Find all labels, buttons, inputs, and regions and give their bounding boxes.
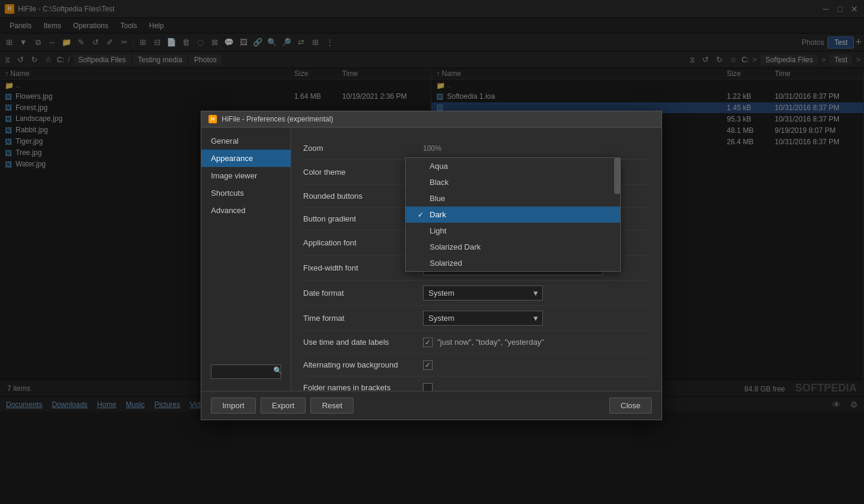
search-icon: 🔍 bbox=[273, 366, 282, 375]
dark-check: ✓ bbox=[418, 211, 430, 219]
nav-appearance[interactable]: Appearance bbox=[201, 150, 291, 167]
theme-option-black[interactable]: Black bbox=[406, 174, 620, 190]
alternating-row-checkbox[interactable]: ✓ bbox=[423, 360, 433, 370]
nav-general[interactable]: General bbox=[201, 132, 291, 150]
color-theme-popup: Aqua Black Blue ✓ Dark bbox=[405, 157, 621, 272]
dialog-footer: Import Export Reset Close bbox=[201, 391, 661, 420]
folder-names-row: Folder names in brackets bbox=[303, 377, 649, 391]
reset-button[interactable]: Reset bbox=[310, 397, 354, 414]
time-format-control: System ▼ bbox=[423, 311, 649, 326]
use-time-date-label: Use time and date labels bbox=[303, 338, 423, 347]
alternating-row-row: Alternating row background ✓ bbox=[303, 354, 649, 377]
time-format-row: Time format System ▼ bbox=[303, 306, 649, 331]
zoom-row: Zoom 100% bbox=[303, 137, 649, 160]
alternating-row-control: ✓ bbox=[423, 360, 649, 370]
search-wrap: 🔍 bbox=[206, 360, 286, 381]
export-button[interactable]: Export bbox=[261, 397, 306, 414]
dialog-overlay: H HiFile - Preferences (experimental) Ge… bbox=[0, 0, 864, 504]
dialog-app-icon: H bbox=[209, 115, 217, 123]
scrollbar-thumb[interactable] bbox=[614, 158, 620, 194]
theme-option-solarized-dark[interactable]: Solarized Dark bbox=[406, 239, 620, 255]
import-button[interactable]: Import bbox=[211, 397, 256, 414]
dialog-body: General Appearance Image viewer Shortcut… bbox=[201, 127, 661, 391]
nav-shortcuts[interactable]: Shortcuts bbox=[201, 184, 291, 202]
dialog-content: Zoom 100% Color theme Dark ▼ bbox=[291, 127, 661, 391]
nav-advanced[interactable]: Advanced bbox=[201, 202, 291, 219]
zoom-control: 100% bbox=[423, 144, 649, 153]
dialog-title: HiFile - Preferences (experimental) bbox=[222, 115, 654, 123]
dialog-titlebar: H HiFile - Preferences (experimental) bbox=[201, 111, 661, 127]
use-time-date-checkbox[interactable]: ✓ bbox=[423, 338, 433, 347]
use-time-date-row: Use time and date labels ✓ "just now", "… bbox=[303, 331, 649, 354]
zoom-label: Zoom bbox=[303, 144, 423, 153]
theme-option-solarized[interactable]: Solarized bbox=[406, 255, 620, 271]
close-button[interactable]: Close bbox=[609, 397, 652, 414]
search-input[interactable] bbox=[211, 365, 281, 379]
theme-option-dark[interactable]: ✓ Dark bbox=[406, 207, 620, 223]
date-format-row: Date format System ▼ bbox=[303, 281, 649, 306]
date-format-label: Date format bbox=[303, 289, 423, 297]
date-format-select[interactable]: System bbox=[423, 286, 543, 300]
nav-image-viewer[interactable]: Image viewer bbox=[201, 167, 291, 184]
folder-names-label: Folder names in brackets bbox=[303, 383, 423, 391]
theme-option-blue[interactable]: Blue bbox=[406, 190, 620, 207]
alternating-row-label: Alternating row background bbox=[303, 360, 423, 369]
dialog-sidebar: General Appearance Image viewer Shortcut… bbox=[201, 127, 291, 391]
time-format-label: Time format bbox=[303, 314, 423, 323]
date-format-control: System ▼ bbox=[423, 286, 649, 300]
preferences-dialog: H HiFile - Preferences (experimental) Ge… bbox=[201, 111, 662, 420]
folder-names-checkbox[interactable] bbox=[423, 383, 433, 391]
use-time-date-text: "just now", "today", "yesterday" bbox=[437, 338, 544, 347]
time-format-select[interactable]: System bbox=[423, 311, 543, 326]
folder-names-control bbox=[423, 383, 649, 391]
theme-option-light[interactable]: Light bbox=[406, 223, 620, 239]
date-format-dropdown-wrap: System ▼ bbox=[423, 286, 543, 300]
theme-option-aqua[interactable]: Aqua bbox=[406, 158, 620, 174]
use-time-date-control: ✓ "just now", "today", "yesterday" bbox=[423, 338, 649, 347]
time-format-dropdown-wrap: System ▼ bbox=[423, 311, 543, 326]
